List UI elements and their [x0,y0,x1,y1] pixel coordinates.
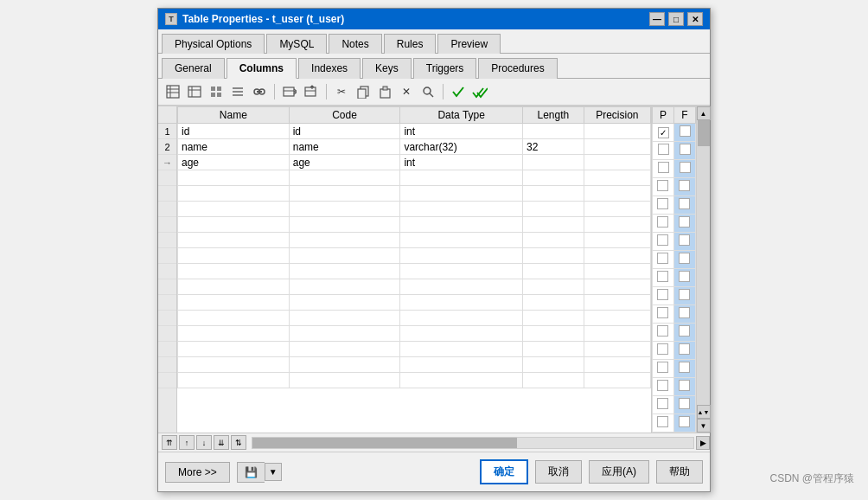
cell-precision-1[interactable] [584,124,650,139]
window-title: Table Properties - t_user (t_user) [182,13,344,25]
close-button[interactable]: ✕ [687,12,703,26]
pf-columns: P F ✓ [651,106,696,433]
cell-name-1[interactable]: id [178,124,290,139]
more-button[interactable]: More >> [165,462,230,483]
scroll-track[interactable] [697,120,710,405]
col-header-f: F [674,107,696,124]
tab-triggers[interactable]: Triggers [413,58,477,79]
tabs-row-1: Physical Options MySQL Notes Rules Previ… [158,29,710,54]
toolbar-find[interactable] [418,82,437,101]
help-button[interactable]: 帮助 [656,460,703,484]
horizontal-scrollbar[interactable] [252,437,694,449]
cell-precision-3[interactable] [584,155,650,170]
f-cell-1[interactable] [674,124,696,142]
toolbar-add[interactable] [280,82,299,101]
tab-notes[interactable]: Notes [329,34,381,54]
toolbar-new-col[interactable] [185,82,204,101]
p-checkbox-3[interactable] [658,162,669,173]
cell-datatype-3[interactable]: int [400,155,523,170]
data-table: Name Code Data Type Length Precision id … [177,106,651,388]
h-scroll-thumb[interactable] [252,438,517,448]
tab-keys[interactable]: Keys [362,58,412,79]
move-to-top-button[interactable]: ⇈ [162,435,177,450]
table-row-empty [178,295,651,311]
cell-precision-2[interactable] [584,139,650,155]
tab-mysql[interactable]: MySQL [266,34,327,54]
table-row-empty [178,264,651,279]
scroll-thumb[interactable] [698,120,710,146]
cell-code-2[interactable]: name [289,139,400,155]
svg-rect-7 [211,87,215,91]
move-down-button[interactable]: ↓ [196,435,212,450]
tab-general[interactable]: General [162,58,225,79]
save-icon[interactable]: 💾 [237,462,265,483]
toolbar-link[interactable] [250,82,269,101]
scroll-down-button-1[interactable]: ▲▼ [697,405,711,419]
cell-length-1[interactable] [522,124,584,139]
svg-rect-23 [358,89,366,99]
cell-name-2[interactable]: name [178,139,290,155]
cell-code-1[interactable]: id [289,124,400,139]
toolbar-paste[interactable] [375,82,394,101]
table-row: id id int [178,124,651,139]
toolbar-sep2 [326,84,327,99]
save-dropdown-button[interactable]: ▼ [265,463,282,481]
toolbar-grid2[interactable] [228,82,247,101]
minimize-button[interactable]: — [649,12,665,26]
tab-indexes[interactable]: Indexes [298,58,361,79]
move-up-button[interactable]: ↑ [179,435,195,450]
pf-row-empty [653,287,696,305]
col-header-code: Code [289,107,400,124]
pf-row-empty [653,215,696,233]
tab-procedures[interactable]: Procedures [478,58,557,79]
toolbar-copy[interactable] [354,82,373,101]
cell-name-3[interactable]: age [178,155,290,170]
toolbar-insert[interactable] [302,82,321,101]
tab-columns[interactable]: Columns [227,58,297,79]
pf-row-1: ✓ [653,124,696,142]
bottom-scroll-area: ⇈ ↑ ↓ ⇊ ⇅ ▶ [158,433,710,452]
maximize-button[interactable]: □ [668,12,684,26]
p-cell-3[interactable] [653,160,674,178]
tab-preview[interactable]: Preview [437,34,501,54]
vertical-scrollbar[interactable]: ▲ ▲▼ ▼ [696,106,710,433]
cell-datatype-1[interactable]: int [400,124,523,139]
cell-length-3[interactable] [522,155,584,170]
p-cell-2[interactable] [653,142,674,160]
toolbar-validate-all[interactable] [470,82,489,101]
svg-rect-20 [305,87,316,96]
tab-physical-options[interactable]: Physical Options [162,34,265,54]
f-checkbox-1[interactable] [680,125,691,137]
toolbar-validate[interactable] [449,82,468,101]
apply-button[interactable]: 应用(A) [589,460,649,484]
table-row: age age int [178,155,651,170]
f-cell-3[interactable] [674,160,696,178]
move-sort-button[interactable]: ⇅ [231,435,246,450]
f-checkbox-3[interactable] [680,162,691,173]
scroll-up-button[interactable]: ▲ [697,106,711,120]
toolbar-cut[interactable]: ✂ [332,82,351,101]
toolbar-grid1[interactable] [207,82,226,101]
ok-button[interactable]: 确定 [480,459,528,484]
p-checkbox-2[interactable] [658,144,669,155]
footer: More >> 💾 ▼ 确定 取消 应用(A) 帮助 [158,452,710,491]
svg-rect-16 [257,91,262,93]
h-scroll-right-button[interactable]: ▶ [696,436,710,450]
pf-row-empty [653,396,696,414]
f-checkbox-2[interactable] [680,144,691,155]
cell-length-2[interactable]: 32 [522,139,584,155]
f-cell-2[interactable] [674,142,696,160]
cancel-button[interactable]: 取消 [535,460,582,484]
cell-datatype-2[interactable]: varchar(32) [400,139,523,155]
p-cell-1[interactable]: ✓ [653,124,674,142]
toolbar-delete[interactable]: ✕ [397,82,416,101]
scroll-down-button-2[interactable]: ▼ [697,419,711,433]
p-checkbox-1[interactable]: ✓ [658,127,669,138]
pf-row-empty [653,378,696,396]
toolbar-new-table[interactable] [163,82,182,101]
move-to-bottom-button[interactable]: ⇊ [214,435,229,450]
tab-rules[interactable]: Rules [384,34,437,54]
row-num-2: 2 [158,139,176,155]
svg-rect-12 [233,91,243,93]
cell-code-3[interactable]: age [289,155,400,170]
